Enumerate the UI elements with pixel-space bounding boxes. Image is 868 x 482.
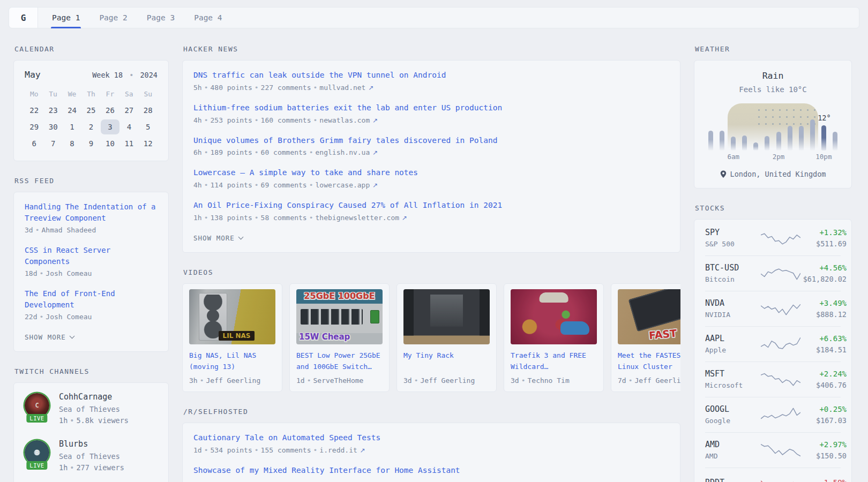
app-logo[interactable]: G xyxy=(9,7,38,28)
video-title-link[interactable]: Traefik 3 and FREE Wildcard… xyxy=(511,350,597,373)
video-title-link[interactable]: My Tiny Rack xyxy=(403,350,490,373)
source-domain: lowercase.app xyxy=(316,181,370,189)
video-thumbnail[interactable] xyxy=(403,289,490,344)
calendar-day[interactable]: 26 xyxy=(101,103,119,118)
video-thumbnail[interactable] xyxy=(511,289,597,344)
calendar-day[interactable]: 9 xyxy=(81,136,100,151)
channel-name[interactable]: Blurbs xyxy=(59,439,124,449)
twitch-channel-row[interactable]: BLIVEBlurbsSea of Thieves1h•277 viewers xyxy=(25,439,158,473)
item-title-link[interactable]: Cautionary Tale on Automated Speed Tests xyxy=(193,432,669,444)
stock-change: +1.32% xyxy=(800,228,847,237)
video-card[interactable]: FASTMeet the FASTEST Linux Cluster7d•Jef… xyxy=(611,283,680,392)
stock-row[interactable]: NVDANVIDIA+3.49%$888.12 xyxy=(705,291,841,326)
item-title-link[interactable]: Lowercase – A simple way to take and sha… xyxy=(193,167,669,179)
nav-tab-page-3[interactable]: Page 3 xyxy=(147,7,175,28)
item-title-link[interactable]: Lithium-free sodium batteries exit the l… xyxy=(193,102,669,114)
weather-bar-column xyxy=(784,103,796,150)
stock-row[interactable]: RDDT-1.59% xyxy=(705,468,841,482)
video-card[interactable]: LIL NASBig NAS, Lil NAS (moving 13)3h•Je… xyxy=(182,283,282,392)
calendar-day[interactable]: 27 xyxy=(119,103,138,118)
meta-part: 1h xyxy=(59,463,68,472)
separator-dot: • xyxy=(309,148,313,156)
calendar-day[interactable]: 23 xyxy=(43,103,62,118)
video-thumbnail[interactable]: FAST xyxy=(618,289,680,344)
calendar-day[interactable]: 7 xyxy=(43,136,62,151)
meta-part: 5h xyxy=(193,84,202,92)
calendar-day[interactable]: 22 xyxy=(25,103,43,118)
stock-row[interactable]: AAPLApple+6.63%$184.51 xyxy=(705,326,841,362)
source-domain: newatlas.com xyxy=(319,116,370,124)
weather-bar-column xyxy=(716,103,728,150)
item-title-link[interactable]: Showcase of my Mixed Reality Interface f… xyxy=(193,465,669,477)
stock-change: -1.59% xyxy=(800,478,847,482)
separator-dot: • xyxy=(521,376,526,385)
stock-sparkline xyxy=(761,300,800,317)
external-link-icon: ↗ xyxy=(402,214,407,222)
item-title-link[interactable]: DNS traffic can leak outside the VPN tun… xyxy=(193,70,669,81)
item-title-link[interactable]: CSS in React Server Components xyxy=(25,245,158,267)
rss-list: Handling The Indentation of a Treeview C… xyxy=(25,201,158,321)
calendar-day[interactable]: 5 xyxy=(139,119,158,134)
item-title-link[interactable]: Unique volumes of Brothers Grimm fairy t… xyxy=(193,135,669,147)
item-title-link[interactable]: An Oil Price-Fixing Conspiracy Caused 27… xyxy=(193,200,669,212)
nav-tab-page-1[interactable]: Page 1 xyxy=(52,7,80,28)
stock-row[interactable]: AMDAMD+2.97%$150.50 xyxy=(705,432,841,468)
twitch-card: CLIVECohhCarnageSea of Thieves1h•5.8k vi… xyxy=(13,382,169,482)
calendar-day[interactable]: 28 xyxy=(139,103,158,118)
stock-row[interactable]: MSFTMicrosoft+2.24%$406.76 xyxy=(705,362,841,397)
weather-bar xyxy=(742,135,747,150)
nav-tab-page-2[interactable]: Page 2 xyxy=(99,7,127,28)
meta-part: 3h xyxy=(189,376,198,385)
separator-dot: • xyxy=(255,84,259,92)
calendar-day[interactable]: 2 xyxy=(81,119,100,134)
stock-values: +6.63%$184.51 xyxy=(800,334,847,354)
video-thumbnail[interactable]: LIL NAS xyxy=(189,289,275,344)
weather-bar-column xyxy=(739,103,750,150)
calendar-day[interactable]: 6 xyxy=(25,136,43,151)
calendar-day[interactable]: 4 xyxy=(119,119,138,134)
stock-row[interactable]: SPYS&P 500+1.32%$511.69 xyxy=(705,221,841,255)
list-item: Lowercase – A simple way to take and sha… xyxy=(193,167,669,189)
calendar-day[interactable]: 25 xyxy=(81,103,100,118)
weather-section-title: WEATHER xyxy=(695,45,852,53)
item-title-link[interactable]: The End of Front-End Development xyxy=(25,288,158,311)
calendar-day[interactable]: 8 xyxy=(63,136,81,151)
rss-show-more-button[interactable]: SHOW MORE xyxy=(25,333,74,341)
stock-price: $888.12 xyxy=(800,310,847,319)
video-card[interactable]: Traefik 3 and FREE Wildcard…3d•Techno Ti… xyxy=(504,283,604,392)
stock-name: Google xyxy=(705,417,761,425)
calendar-day-selected[interactable]: 3 xyxy=(101,119,119,134)
hackernews-show-more-button[interactable]: SHOW MORE xyxy=(193,234,243,242)
meta-part: 7d xyxy=(618,376,626,385)
selfhosted-list: Cautionary Tale on Automated Speed Tests… xyxy=(193,432,669,477)
weather-bar xyxy=(753,142,758,150)
calendar-day[interactable]: 24 xyxy=(63,103,81,118)
video-thumbnail[interactable]: 25GbE 100GbE15W Cheap xyxy=(296,289,383,344)
item-meta: 18d•Josh Comeau xyxy=(25,269,158,277)
calendar-day[interactable]: 10 xyxy=(101,136,119,151)
channel-name[interactable]: CohhCarnage xyxy=(59,392,129,402)
hackernews-card: DNS traffic can leak outside the VPN tun… xyxy=(182,60,680,253)
video-card[interactable]: My Tiny Rack3d•Jeff Geerling xyxy=(396,283,497,392)
nav-tab-page-4[interactable]: Page 4 xyxy=(194,7,222,28)
calendar-day[interactable]: 1 xyxy=(63,119,81,134)
video-title-link[interactable]: Meet the FASTEST Linux Cluster xyxy=(618,350,680,373)
item-title-link[interactable]: Handling The Indentation of a Treeview C… xyxy=(25,201,158,224)
separator-dot: • xyxy=(39,313,43,321)
video-card[interactable]: 25GbE 100GbE15W CheapBEST Low Power 25Gb… xyxy=(289,283,390,392)
separator-dot: • xyxy=(255,214,259,222)
calendar-weekday: Tu xyxy=(43,88,62,101)
video-title-link[interactable]: Big NAS, Lil NAS (moving 13) xyxy=(189,350,275,373)
separator-dot: • xyxy=(129,71,133,79)
external-link-icon: ↗ xyxy=(368,84,373,92)
video-title-link[interactable]: BEST Low Power 25GbE and 100GbE Switch… xyxy=(296,350,383,373)
stock-sparkline xyxy=(761,406,800,423)
twitch-channel-row[interactable]: CLIVECohhCarnageSea of Thieves1h•5.8k vi… xyxy=(25,392,158,426)
calendar-day[interactable]: 12 xyxy=(139,136,158,151)
calendar-day[interactable]: 11 xyxy=(119,136,138,151)
stock-row[interactable]: BTC-USDBitcoin+4.56%$61,820.02 xyxy=(705,255,841,291)
meta-part: Josh Comeau xyxy=(46,313,92,321)
stock-row[interactable]: GOOGLGoogle+0.25%$167.03 xyxy=(705,397,841,432)
calendar-day[interactable]: 30 xyxy=(43,119,62,134)
calendar-day[interactable]: 29 xyxy=(25,119,43,134)
